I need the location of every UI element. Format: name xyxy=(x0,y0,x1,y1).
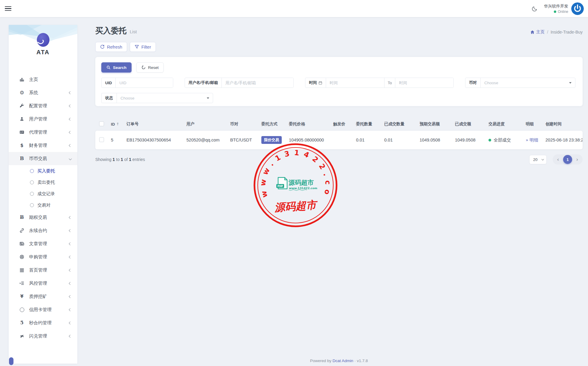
circle-icon xyxy=(30,192,34,196)
top-navbar: 华兴软件开发 Online xyxy=(0,0,588,17)
sidebar-item-subscription[interactable]: 申购管理 xyxy=(9,250,77,263)
search-icon xyxy=(106,65,111,70)
list-indent-icon xyxy=(19,281,25,286)
chevron-down-icon xyxy=(69,157,72,160)
time-label: 时间 xyxy=(305,78,326,88)
dog-icon xyxy=(19,334,25,338)
sidebar-item-config[interactable]: 配置管理 xyxy=(9,99,77,112)
footer-separator: · xyxy=(354,359,356,363)
table-header: ID ↑ 订单号 用户 币对 委托方式 委托价格 触发价 委托数量 已成交数量 … xyxy=(95,119,583,129)
cell-price: 104905.08000000 xyxy=(287,138,331,142)
cell-progress: 全部成交 xyxy=(486,137,523,143)
sidebar-item-agents[interactable]: 代理管理 xyxy=(9,126,77,139)
cell-pair: BTC/USDT xyxy=(228,138,259,142)
sidebar-item-flash-exchange[interactable]: 闪兑管理 xyxy=(9,329,77,343)
user-input[interactable] xyxy=(222,78,293,88)
sidebar-subitem-buy-orders[interactable]: 买入委托 xyxy=(9,165,77,177)
sidebar-subitem-trade-pairs[interactable]: 交易对 xyxy=(9,199,77,211)
sidebar: ATA 主页 ⚙ 系统 配置管理 用户管理 xyxy=(9,25,77,364)
refresh-button[interactable]: Refresh xyxy=(95,42,127,52)
column-amount: 委托数量 xyxy=(354,121,382,127)
pair-field-group: 币对 Choose xyxy=(465,78,575,88)
chevron-left-icon xyxy=(69,282,72,285)
filter-button[interactable]: Filter xyxy=(130,42,156,52)
sidebar-subitem-trade-records[interactable]: 成交记录 xyxy=(9,188,77,199)
sidebar-subitem-sell-orders[interactable]: 卖出委托 xyxy=(9,177,77,188)
refresh-icon xyxy=(100,45,105,49)
calendar-icon xyxy=(319,81,322,85)
column-mode: 委托方式 xyxy=(259,121,287,127)
progress-dot-icon xyxy=(489,139,491,141)
sidebar-item-credit-card[interactable]: 信用卡管理 xyxy=(9,303,77,316)
avatar[interactable] xyxy=(571,2,584,15)
footer-version: v1.7.8 xyxy=(357,359,368,363)
user-menu[interactable]: 华兴软件开发 Online xyxy=(544,2,584,15)
id-card-icon xyxy=(19,130,25,135)
sidebar-item-homepage[interactable]: 首页管理 xyxy=(9,263,77,277)
sidebar-toggle-icon[interactable] xyxy=(5,6,11,11)
chart-bar-icon xyxy=(19,77,25,82)
online-dot-icon xyxy=(554,10,556,13)
user-label: 用户名/手机/邮箱 xyxy=(185,78,222,88)
sidebar-scrollbar-thumb[interactable] xyxy=(9,357,13,365)
time-from-input[interactable] xyxy=(326,78,384,88)
sidebar-item-finance[interactable]: $ 财务管理 xyxy=(9,139,77,152)
column-id[interactable]: ID ↑ xyxy=(108,122,124,126)
page-1-button[interactable]: 1 xyxy=(563,155,572,164)
sidebar-item-perpetual[interactable]: 永续合约 xyxy=(9,224,77,237)
sidebar-item-risk-control[interactable]: 风控管理 xyxy=(9,277,77,290)
mode-badge: 限价交易 xyxy=(261,136,282,144)
chevron-left-icon xyxy=(69,308,72,311)
watermark-center-title: 源码超市 xyxy=(288,179,314,186)
life-ring-icon xyxy=(19,254,25,259)
sidebar-item-users[interactable]: 用户管理 xyxy=(9,112,77,126)
next-page-button[interactable]: › xyxy=(573,156,581,163)
sort-asc-icon[interactable]: ↑ xyxy=(116,122,119,126)
dcat-admin-link[interactable]: Dcat Admin xyxy=(333,359,353,363)
reset-button[interactable]: Reset xyxy=(136,62,164,73)
circle-icon xyxy=(30,169,34,173)
entries-summary: Showing 1 to 1 of 1 entries xyxy=(95,157,145,162)
spot-trade-submenu: 买入委托 卖出委托 成交记录 交易对 xyxy=(9,165,77,211)
breadcrumb-current: Inside-Trade-Buy xyxy=(551,30,583,34)
column-trigger: 触发价 xyxy=(331,121,354,127)
user-status: Online xyxy=(554,10,568,14)
dark-mode-toggle[interactable] xyxy=(531,5,539,13)
watermark-ring-text: www.131422.com xyxy=(252,141,332,200)
toolbar: Refresh Filter xyxy=(95,42,156,52)
circle-icon xyxy=(19,308,25,312)
status-field-group: 状态 Choose xyxy=(101,93,213,103)
prev-page-button[interactable]: ‹ xyxy=(554,156,562,163)
chevron-left-icon xyxy=(69,229,72,232)
sidebar-item-second-contract[interactable]: 5 秒合约管理 xyxy=(9,316,77,329)
chevron-left-icon xyxy=(69,269,72,272)
table-row: 5 EB1750304307500654 520520@qq.com BTC/U… xyxy=(95,131,583,149)
cell-expected: 1049.0508 xyxy=(417,138,453,142)
pair-select[interactable]: Choose xyxy=(481,78,575,88)
breadcrumb-home-link[interactable]: 主页 xyxy=(530,29,545,35)
status-select[interactable]: Choose xyxy=(117,93,213,103)
sidebar-item-system[interactable]: ⚙ 系统 xyxy=(9,86,77,99)
detail-link[interactable]: » 明细 xyxy=(526,137,543,143)
row-checkbox[interactable] xyxy=(99,137,104,142)
time-field-group: 时间 To xyxy=(305,78,454,88)
time-to-input[interactable] xyxy=(395,78,453,88)
yen-icon: ¥ xyxy=(19,294,25,299)
sidebar-item-articles[interactable]: 文章管理 xyxy=(9,237,77,250)
sidebar-item-spot-trade[interactable]: B 币币交易 xyxy=(9,152,77,165)
table-footer: Showing 1 to 1 of 1 entries 20 ‹ 1 › xyxy=(95,153,583,165)
page-subtitle: List xyxy=(130,29,137,34)
per-page-select[interactable]: 20 xyxy=(529,155,547,164)
double-arrow-icon: » xyxy=(526,138,528,142)
sidebar-item-staking[interactable]: ¥ 质押挖矿 xyxy=(9,290,77,303)
chevron-left-icon xyxy=(69,242,72,245)
sidebar-item-home[interactable]: 主页 xyxy=(9,73,77,86)
uid-input[interactable] xyxy=(116,78,173,88)
select-all-checkbox[interactable] xyxy=(99,121,104,126)
chevron-left-icon xyxy=(69,144,72,147)
sidebar-item-options-trade[interactable]: Ƀ 期权交易 xyxy=(9,211,77,224)
user-icon xyxy=(19,117,25,121)
status-label: 状态 xyxy=(102,93,117,103)
search-button[interactable]: Search xyxy=(101,62,132,73)
cell-order-no: EB1750304307500654 xyxy=(124,138,184,142)
